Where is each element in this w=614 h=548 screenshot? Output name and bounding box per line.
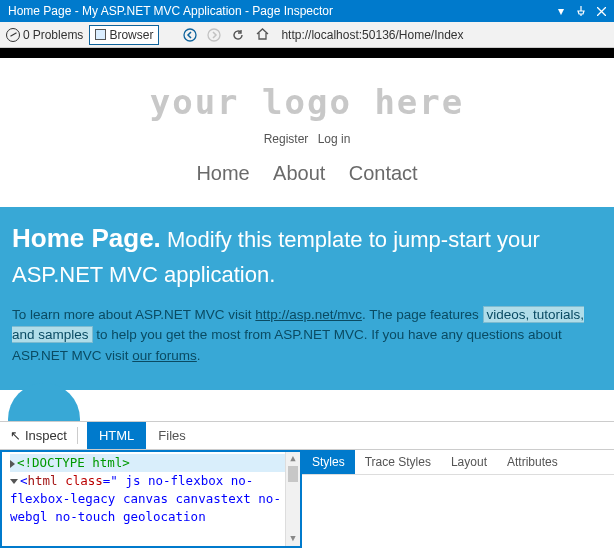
register-link[interactable]: Register bbox=[264, 132, 309, 146]
tab-attributes[interactable]: Attributes bbox=[497, 450, 568, 474]
close-icon[interactable] bbox=[594, 4, 608, 18]
no-problems-icon bbox=[6, 28, 20, 42]
styles-panel-body bbox=[302, 474, 614, 548]
inspect-cursor-icon: ↖ bbox=[10, 428, 21, 443]
problems-count: 0 bbox=[23, 28, 30, 42]
pin-icon[interactable] bbox=[574, 4, 588, 18]
home-icon[interactable] bbox=[253, 26, 271, 44]
html-source-panel[interactable]: <!DOCTYPE html> <html class=" js no-flex… bbox=[0, 450, 302, 548]
collapse-icon[interactable] bbox=[10, 479, 18, 484]
browser-button[interactable]: Browser bbox=[89, 25, 159, 45]
nav-about[interactable]: About bbox=[273, 162, 325, 184]
problems-label: Problems bbox=[33, 28, 84, 42]
inspect-button[interactable]: ↖ Inspect bbox=[0, 422, 77, 449]
problems-indicator[interactable]: 0 Problems bbox=[6, 28, 83, 42]
forums-link[interactable]: our forums bbox=[132, 348, 197, 363]
refresh-icon[interactable] bbox=[229, 26, 247, 44]
url-field[interactable]: http://localhost:50136/Home/Index bbox=[277, 28, 608, 42]
browser-label: Browser bbox=[109, 28, 153, 42]
tab-files[interactable]: Files bbox=[146, 422, 197, 449]
nav-home[interactable]: Home bbox=[196, 162, 249, 184]
page-header-bar bbox=[0, 48, 614, 58]
forward-icon bbox=[205, 26, 223, 44]
tab-trace-styles[interactable]: Trace Styles bbox=[355, 450, 441, 474]
logo-text: your logo here bbox=[0, 58, 614, 132]
login-link[interactable]: Log in bbox=[318, 132, 351, 146]
scroll-thumb[interactable] bbox=[288, 466, 298, 482]
scroll-down-icon[interactable]: ▼ bbox=[286, 532, 300, 546]
hero-title: Home Page. bbox=[12, 223, 161, 253]
window-title: Home Page - My ASP.NET MVC Application -… bbox=[4, 4, 554, 18]
svg-point-1 bbox=[208, 29, 220, 41]
back-icon[interactable] bbox=[181, 26, 199, 44]
tab-styles[interactable]: Styles bbox=[302, 450, 355, 474]
inspect-label: Inspect bbox=[25, 428, 67, 443]
tab-layout[interactable]: Layout bbox=[441, 450, 497, 474]
browser-viewport: your logo here Register Log in Home Abou… bbox=[0, 48, 614, 422]
tab-html[interactable]: HTML bbox=[87, 422, 146, 449]
hero-description: To learn more about ASP.NET MVC visit ht… bbox=[12, 305, 602, 366]
nav-contact[interactable]: Contact bbox=[349, 162, 418, 184]
hero-section: Home Page. Modify this template to jump-… bbox=[0, 207, 614, 390]
mvc-link[interactable]: http://asp.net/mvc bbox=[255, 307, 362, 322]
code-scrollbar[interactable]: ▲ ▼ bbox=[285, 452, 300, 546]
window-dropdown-icon[interactable]: ▾ bbox=[554, 4, 568, 18]
code-doctype: <!DOCTYPE html> bbox=[17, 455, 130, 470]
scroll-up-icon[interactable]: ▲ bbox=[286, 452, 300, 466]
browser-icon bbox=[95, 29, 106, 40]
expand-icon[interactable] bbox=[10, 460, 15, 468]
hero-heading: Home Page. Modify this template to jump-… bbox=[12, 221, 602, 291]
svg-point-0 bbox=[184, 29, 196, 41]
